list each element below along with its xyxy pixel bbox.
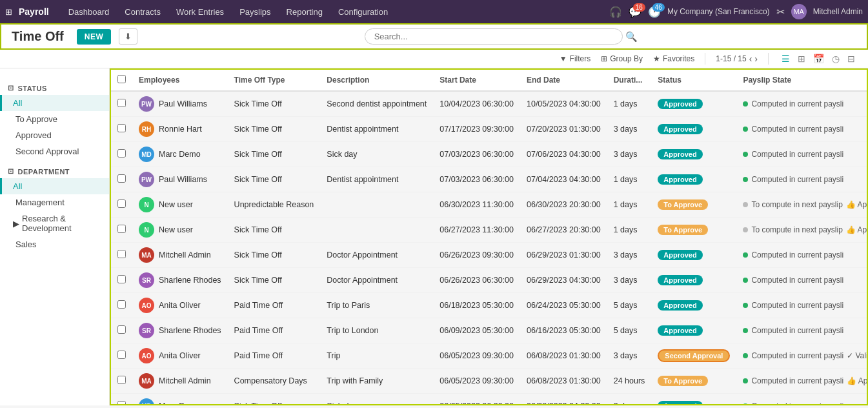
col-time-off-type[interactable]: Time Off Type [228, 70, 321, 91]
row-checkbox[interactable] [117, 275, 126, 283]
row-checkbox[interactable] [117, 149, 126, 158]
select-all-header[interactable] [111, 70, 132, 91]
sidebar-item-approved[interactable]: Approved [0, 127, 109, 143]
app-grid-icon[interactable]: ⊞ [5, 7, 12, 17]
search-input[interactable] [365, 28, 623, 45]
employee-avatar: AO [139, 348, 154, 363]
employee-cell[interactable]: N New user [132, 192, 228, 218]
row-checkbox-cell[interactable] [111, 243, 132, 268]
select-all-checkbox[interactable] [117, 75, 126, 83]
filters-button[interactable]: ▼ Filters [560, 54, 591, 63]
employee-cell[interactable]: AO Anita Oliver [132, 293, 228, 318]
employee-cell[interactable]: RH Ronnie Hart [132, 117, 228, 142]
row-checkbox-cell[interactable] [111, 91, 132, 117]
description-cell: Trip to Paris [320, 293, 433, 318]
row-checkbox[interactable] [117, 225, 126, 233]
row-checkbox-cell[interactable] [111, 117, 132, 142]
status-cell: Approved [651, 91, 736, 117]
scissors-icon[interactable]: ✂ [776, 6, 785, 18]
next-page-button[interactable]: › [754, 54, 758, 64]
employee-cell[interactable]: SR Sharlene Rhodes [132, 268, 228, 293]
row-checkbox[interactable] [117, 300, 126, 309]
nav-dashboard[interactable]: Dashboard [62, 5, 116, 19]
row-checkbox[interactable] [117, 351, 126, 359]
row-checkbox[interactable] [117, 174, 126, 183]
approve-button[interactable]: 👍 Approve [846, 225, 868, 234]
col-employees[interactable]: Employees [132, 70, 228, 91]
chat-icon[interactable]: 💬 16 [629, 6, 641, 18]
prev-page-button[interactable]: ‹ [749, 54, 752, 64]
user-avatar[interactable]: MA [791, 4, 807, 19]
row-checkbox-cell[interactable] [111, 167, 132, 192]
row-checkbox-cell[interactable] [111, 394, 132, 406]
employee-cell[interactable]: MA Mitchell Admin [132, 243, 228, 268]
approve-button[interactable]: 👍 Approve [847, 376, 868, 385]
time-off-type-cell: Sick Time Off [228, 167, 321, 192]
row-checkbox[interactable] [117, 325, 126, 334]
clock-icon[interactable]: 🕐 46 [648, 6, 661, 18]
employee-cell[interactable]: MD Marc Demo [132, 394, 228, 406]
validate-button[interactable]: ✓ Validate [847, 351, 868, 360]
row-checkbox[interactable] [117, 401, 126, 405]
nav-reporting[interactable]: Reporting [280, 5, 329, 19]
sidebar-item-sales[interactable]: Sales [0, 236, 109, 252]
description-cell: Trip to London [320, 318, 433, 343]
col-status[interactable]: Status [651, 70, 736, 91]
duration-cell: 5 days [607, 293, 652, 318]
end-date-cell: 06/24/2023 05:30:00 [520, 293, 607, 318]
employee-cell[interactable]: MD Marc Demo [132, 142, 228, 167]
sidebar-item-second-approval[interactable]: Second Approval [0, 143, 109, 159]
payslip-info: Computed in current paysli 👍 Approve✕ Re… [743, 376, 868, 385]
row-checkbox[interactable] [117, 124, 126, 132]
headset-icon[interactable]: 🎧 [609, 6, 622, 18]
row-checkbox[interactable] [117, 199, 126, 208]
row-checkbox-cell[interactable] [111, 218, 132, 243]
employee-cell[interactable]: PW Paul Williams [132, 91, 228, 117]
calendar-view-button[interactable]: 📅 [811, 52, 827, 65]
employee-cell[interactable]: PW Paul Williams [132, 167, 228, 192]
new-button[interactable]: NEW [77, 29, 112, 45]
row-checkbox[interactable] [117, 376, 126, 384]
payslip-dot [743, 152, 748, 157]
nav-work-entries[interactable]: Work Entries [170, 5, 230, 19]
col-start-date[interactable]: Start Date [433, 70, 520, 91]
activity-view-button[interactable]: ◷ [829, 52, 842, 65]
employee-cell[interactable]: MA Mitchell Admin [132, 369, 228, 394]
sidebar-item-management[interactable]: Management [0, 194, 109, 210]
payslip-dot [743, 328, 748, 333]
employee-cell[interactable]: N New user [132, 218, 228, 243]
payslip-dot [743, 353, 748, 358]
employee-cell[interactable]: SR Sharlene Rhodes [132, 318, 228, 343]
row-checkbox-cell[interactable] [111, 192, 132, 218]
col-duration[interactable]: Durati... [607, 70, 652, 91]
sidebar-item-rd[interactable]: ▶ Research & Development [0, 210, 109, 236]
list-view-button[interactable]: ☰ [779, 52, 792, 65]
sidebar-item-all-status[interactable]: All [0, 95, 109, 111]
payslip-state-cell: Computed in current paysli [736, 91, 868, 117]
col-end-date[interactable]: End Date [520, 70, 607, 91]
kanban-view-button[interactable]: ⊞ [795, 52, 808, 65]
pivot-view-button[interactable]: ⊟ [845, 52, 858, 65]
nav-configuration[interactable]: Configuration [332, 5, 394, 19]
nav-contracts[interactable]: Contracts [118, 5, 167, 19]
row-checkbox-cell[interactable] [111, 142, 132, 167]
row-checkbox-cell[interactable] [111, 343, 132, 369]
sidebar-item-all-dept[interactable]: All [0, 178, 109, 194]
approve-button[interactable]: 👍 Approve [846, 200, 868, 209]
row-checkbox-cell[interactable] [111, 318, 132, 343]
favorites-button[interactable]: ★ Favorites [653, 54, 694, 63]
download-button[interactable]: ⬇ [119, 28, 137, 45]
row-checkbox[interactable] [117, 250, 126, 258]
row-checkbox-cell[interactable] [111, 268, 132, 293]
row-checkbox-cell[interactable] [111, 369, 132, 394]
group-by-button[interactable]: ⊞ Group By [601, 54, 643, 63]
row-checkbox[interactable] [117, 99, 126, 107]
col-description[interactable]: Description [320, 70, 433, 91]
employee-cell[interactable]: AO Anita Oliver [132, 343, 228, 369]
time-off-type-cell: Sick Time Off [228, 142, 321, 167]
col-payslip-state[interactable]: Payslip State ⚙ [736, 70, 868, 91]
search-icon[interactable]: 🔍 [625, 28, 638, 45]
nav-payslips[interactable]: Payslips [233, 5, 277, 19]
sidebar-item-to-approve[interactable]: To Approve [0, 111, 109, 127]
row-checkbox-cell[interactable] [111, 293, 132, 318]
